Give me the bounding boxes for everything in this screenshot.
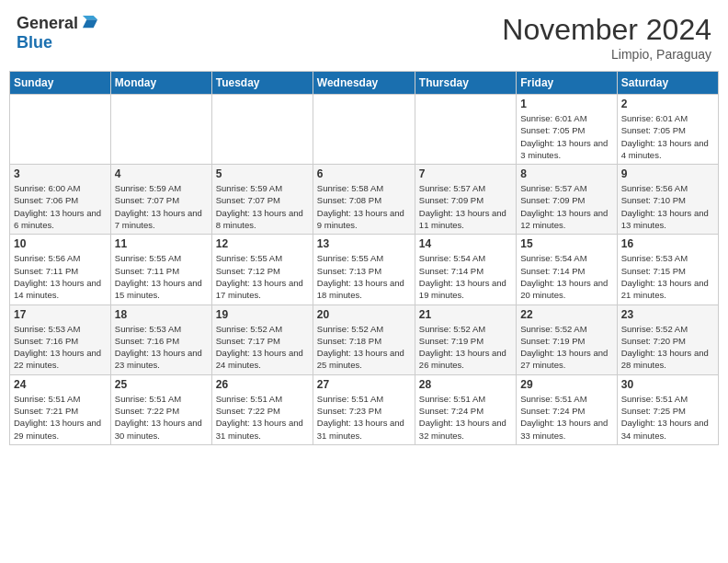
day-number: 15 — [520, 237, 612, 250]
calendar-cell: 12Sunrise: 5:55 AMSunset: 7:12 PMDayligh… — [211, 235, 313, 304]
cell-info: Sunrise: 5:51 AMSunset: 7:21 PMDaylight:… — [14, 393, 107, 442]
cell-info: Sunrise: 6:00 AMSunset: 7:06 PMDaylight:… — [14, 182, 107, 231]
cell-info: Sunrise: 5:55 AMSunset: 7:11 PMDaylight:… — [115, 252, 208, 301]
cell-info: Sunrise: 5:51 AMSunset: 7:23 PMDaylight:… — [317, 393, 411, 442]
day-number: 20 — [317, 308, 411, 321]
cell-info: Sunrise: 6:01 AMSunset: 7:05 PMDaylight:… — [520, 112, 612, 161]
calendar-week-row: 3Sunrise: 6:00 AMSunset: 7:06 PMDaylight… — [10, 165, 719, 235]
calendar-cell: 4Sunrise: 5:59 AMSunset: 7:07 PMDaylight… — [110, 165, 211, 235]
calendar-week-row: 10Sunrise: 5:56 AMSunset: 7:11 PMDayligh… — [10, 235, 719, 304]
day-number: 23 — [621, 308, 714, 321]
day-number: 3 — [14, 167, 107, 180]
cell-info: Sunrise: 5:57 AMSunset: 7:09 PMDaylight:… — [419, 182, 512, 231]
calendar-cell: 25Sunrise: 5:51 AMSunset: 7:22 PMDayligh… — [110, 374, 211, 444]
cell-info: Sunrise: 5:58 AMSunset: 7:08 PMDaylight:… — [317, 182, 411, 231]
calendar-cell: 14Sunrise: 5:54 AMSunset: 7:14 PMDayligh… — [415, 235, 516, 304]
calendar-cell: 11Sunrise: 5:55 AMSunset: 7:11 PMDayligh… — [110, 235, 211, 304]
day-number: 19 — [216, 308, 309, 321]
day-number: 6 — [317, 167, 411, 180]
cell-info: Sunrise: 5:52 AMSunset: 7:19 PMDaylight:… — [419, 323, 512, 372]
day-number: 30 — [621, 378, 714, 391]
title-block: November 2024 Limpio, Paraguay — [502, 13, 711, 62]
calendar-cell: 10Sunrise: 5:56 AMSunset: 7:11 PMDayligh… — [10, 235, 111, 304]
day-number: 21 — [419, 308, 512, 321]
svg-marker-1 — [83, 16, 97, 19]
cell-info: Sunrise: 5:53 AMSunset: 7:16 PMDaylight:… — [14, 323, 107, 372]
page-header: General Blue November 2024 Limpio, Parag… — [9, 9, 719, 65]
logo-general-text: General — [17, 14, 78, 33]
day-number: 12 — [216, 237, 309, 250]
calendar-cell: 27Sunrise: 5:51 AMSunset: 7:23 PMDayligh… — [313, 374, 415, 444]
calendar-cell — [110, 95, 211, 165]
cell-info: Sunrise: 5:51 AMSunset: 7:22 PMDaylight:… — [216, 393, 309, 442]
cell-info: Sunrise: 5:55 AMSunset: 7:13 PMDaylight:… — [317, 252, 411, 301]
calendar-header-row: SundayMondayTuesdayWednesdayThursdayFrid… — [10, 72, 719, 95]
day-number: 17 — [14, 308, 107, 321]
calendar-cell — [415, 95, 516, 165]
day-number: 22 — [520, 308, 612, 321]
calendar-cell: 19Sunrise: 5:52 AMSunset: 7:17 PMDayligh… — [211, 304, 313, 374]
logo-icon — [80, 13, 100, 33]
calendar-cell — [10, 95, 111, 165]
cell-info: Sunrise: 5:54 AMSunset: 7:14 PMDaylight:… — [419, 252, 512, 301]
day-number: 11 — [115, 237, 208, 250]
cell-info: Sunrise: 5:53 AMSunset: 7:15 PMDaylight:… — [621, 252, 714, 301]
calendar-cell: 6Sunrise: 5:58 AMSunset: 7:08 PMDaylight… — [313, 165, 415, 235]
calendar-cell: 30Sunrise: 5:51 AMSunset: 7:25 PMDayligh… — [617, 374, 718, 444]
calendar-week-row: 1Sunrise: 6:01 AMSunset: 7:05 PMDaylight… — [10, 95, 719, 165]
calendar-cell — [313, 95, 415, 165]
cell-info: Sunrise: 5:52 AMSunset: 7:20 PMDaylight:… — [621, 323, 714, 372]
calendar-cell: 29Sunrise: 5:51 AMSunset: 7:24 PMDayligh… — [517, 374, 617, 444]
calendar-cell: 28Sunrise: 5:51 AMSunset: 7:24 PMDayligh… — [415, 374, 516, 444]
day-number: 13 — [317, 237, 411, 250]
cell-info: Sunrise: 5:59 AMSunset: 7:07 PMDaylight:… — [216, 182, 309, 231]
day-number: 10 — [14, 237, 107, 250]
day-number: 5 — [216, 167, 309, 180]
day-number: 14 — [419, 237, 512, 250]
cell-info: Sunrise: 5:53 AMSunset: 7:16 PMDaylight:… — [115, 323, 208, 372]
calendar-day-header: Thursday — [415, 72, 516, 95]
calendar-day-header: Friday — [517, 72, 617, 95]
day-number: 7 — [419, 167, 512, 180]
cell-info: Sunrise: 5:51 AMSunset: 7:22 PMDaylight:… — [115, 393, 208, 442]
day-number: 1 — [520, 98, 612, 110]
calendar-cell: 26Sunrise: 5:51 AMSunset: 7:22 PMDayligh… — [211, 374, 313, 444]
logo: General Blue — [17, 13, 100, 52]
cell-info: Sunrise: 5:55 AMSunset: 7:12 PMDaylight:… — [216, 252, 309, 301]
calendar-cell: 23Sunrise: 5:52 AMSunset: 7:20 PMDayligh… — [617, 304, 718, 374]
month-title: November 2024 — [502, 13, 711, 47]
svg-marker-0 — [83, 19, 97, 28]
calendar-cell: 17Sunrise: 5:53 AMSunset: 7:16 PMDayligh… — [10, 304, 111, 374]
cell-info: Sunrise: 5:54 AMSunset: 7:14 PMDaylight:… — [520, 252, 612, 301]
day-number: 18 — [115, 308, 208, 321]
day-number: 24 — [14, 378, 107, 391]
calendar-day-header: Sunday — [10, 72, 111, 95]
calendar-day-header: Monday — [110, 72, 211, 95]
calendar-cell: 8Sunrise: 5:57 AMSunset: 7:09 PMDaylight… — [517, 165, 617, 235]
cell-info: Sunrise: 5:56 AMSunset: 7:11 PMDaylight:… — [14, 252, 107, 301]
day-number: 4 — [115, 167, 208, 180]
day-number: 25 — [115, 378, 208, 391]
day-number: 27 — [317, 378, 411, 391]
cell-info: Sunrise: 5:51 AMSunset: 7:24 PMDaylight:… — [520, 393, 612, 442]
calendar-cell: 22Sunrise: 5:52 AMSunset: 7:19 PMDayligh… — [517, 304, 617, 374]
calendar-cell: 3Sunrise: 6:00 AMSunset: 7:06 PMDaylight… — [10, 165, 111, 235]
day-number: 26 — [216, 378, 309, 391]
calendar-day-header: Saturday — [617, 72, 718, 95]
calendar-cell: 16Sunrise: 5:53 AMSunset: 7:15 PMDayligh… — [617, 235, 718, 304]
cell-info: Sunrise: 5:52 AMSunset: 7:18 PMDaylight:… — [317, 323, 411, 372]
calendar-week-row: 17Sunrise: 5:53 AMSunset: 7:16 PMDayligh… — [10, 304, 719, 374]
calendar-table: SundayMondayTuesdayWednesdayThursdayFrid… — [9, 71, 719, 445]
cell-info: Sunrise: 5:59 AMSunset: 7:07 PMDaylight:… — [115, 182, 208, 231]
calendar-cell: 20Sunrise: 5:52 AMSunset: 7:18 PMDayligh… — [313, 304, 415, 374]
day-number: 8 — [520, 167, 612, 180]
day-number: 2 — [621, 98, 714, 110]
day-number: 16 — [621, 237, 714, 250]
calendar-day-header: Tuesday — [211, 72, 313, 95]
calendar-cell: 5Sunrise: 5:59 AMSunset: 7:07 PMDaylight… — [211, 165, 313, 235]
calendar-cell: 2Sunrise: 6:01 AMSunset: 7:05 PMDaylight… — [617, 95, 718, 165]
calendar-cell: 15Sunrise: 5:54 AMSunset: 7:14 PMDayligh… — [517, 235, 617, 304]
calendar-week-row: 24Sunrise: 5:51 AMSunset: 7:21 PMDayligh… — [10, 374, 719, 444]
cell-info: Sunrise: 5:57 AMSunset: 7:09 PMDaylight:… — [520, 182, 612, 231]
day-number: 28 — [419, 378, 512, 391]
